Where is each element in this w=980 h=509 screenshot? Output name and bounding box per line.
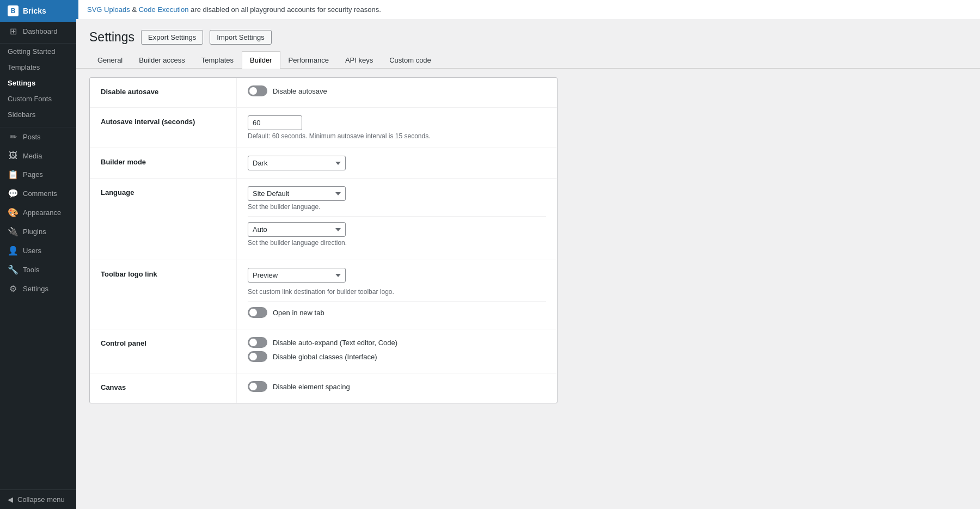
value-builder-mode: Dark Light Auto [237,148,557,178]
value-toolbar-logo-link: Preview Dashboard Custom Set custom link… [237,260,557,329]
toggle-autosave[interactable] [248,85,267,96]
language-divider [248,216,546,217]
pages-label: Pages [23,170,43,179]
tab-general[interactable]: General [89,51,131,69]
value-language: Site Default English French German Set t… [237,179,557,260]
row-canvas: Canvas Disable element spacing [90,373,557,403]
sidebar-item-getting-started[interactable]: Getting Started [0,44,76,59]
sidebar-item-custom-fonts[interactable]: Custom Fonts [0,91,76,107]
plugins-label: Plugins [23,228,46,236]
tab-builder-access[interactable]: Builder access [131,51,193,69]
main-content: SVG Uploads & Code Execution are disable… [76,0,980,509]
language-hint: Set the builder language. [248,203,546,211]
language-select[interactable]: Site Default English French German [248,186,346,201]
tab-api-keys[interactable]: API keys [337,51,381,69]
row-builder-mode: Builder mode Dark Light Auto [90,148,557,179]
toggle-wrap-globalclasses: Disable global classes (Interface) [248,351,546,362]
toolbar-logo-link-select[interactable]: Preview Dashboard Custom [248,268,346,283]
comments-label: Comments [23,189,57,198]
collapse-icon: ◀ [8,495,13,504]
toolbar-logo-hint: Set custom link destination for builder … [248,288,546,296]
toggle-wrap-autoexpand: Disable auto-expand (Text editor, Code) [248,337,546,348]
row-language: Language Site Default English French Ger… [90,179,557,260]
toggle-globalclasses-label: Disable global classes (Interface) [273,353,377,361]
plugins-icon: 🔌 [8,226,19,237]
label-control-panel: Control panel [90,329,237,373]
settings-table: Disable autosave Disable autosave Autosa… [89,77,558,403]
label-language: Language [90,179,237,260]
tab-custom-code[interactable]: Custom code [381,51,439,69]
posts-label: Posts [23,133,41,141]
media-label: Media [23,152,42,160]
sidebar-item-appearance[interactable]: 🎨 Appearance [0,203,76,222]
sidebar-item-users[interactable]: 👤 Users [0,241,76,260]
notice-message: are disabled on all playground accounts … [191,5,381,14]
sidebar-item-media[interactable]: 🖼 Media [0,146,76,165]
page-title: Settings [89,30,134,45]
tab-builder[interactable]: Builder [242,51,280,69]
notice-ampersand: & [132,5,138,14]
collapse-label: Collapse menu [17,495,65,504]
export-settings-button[interactable]: Export Settings [141,30,203,45]
users-icon: 👤 [8,246,19,256]
sidebar-item-settings[interactable]: Settings [0,75,76,91]
sidebar-item-tools[interactable]: 🔧 Tools [0,260,76,279]
dashboard-icon: ⊞ [8,26,19,36]
sidebar: B Bricks ⊞ Dashboard Getting Started Tem… [0,0,76,509]
posts-icon: ✏ [8,132,19,142]
builder-mode-select[interactable]: Dark Light Auto [248,156,346,170]
toggle-elementspacing-label: Disable element spacing [273,383,350,391]
autosave-interval-input[interactable] [248,115,302,130]
value-autosave-interval: Default: 60 seconds. Minimum autosave in… [237,108,557,148]
tab-performance[interactable]: Performance [280,51,337,69]
toggle-wrap-newtab: Open in new tab [248,307,546,318]
value-control-panel: Disable auto-expand (Text editor, Code) … [237,329,557,373]
row-control-panel: Control panel Disable auto-expand (Text … [90,329,557,373]
page-header: Settings Export Settings Import Settings [76,19,980,51]
svg-uploads-link[interactable]: SVG Uploads [87,5,130,14]
language-direction-select[interactable]: Auto LTR RTL [248,222,346,237]
tabs-bar: General Builder access Templates Builder… [76,51,980,69]
sidebar-logo-text: Bricks [23,7,46,15]
media-icon: 🖼 [8,151,19,161]
language-direction-hint: Set the builder language direction. [248,239,546,247]
users-label: Users [23,247,41,255]
label-autosave-interval: Autosave interval (seconds) [90,108,237,148]
toggle-wrap-elementspacing: Disable element spacing [248,381,546,392]
sidebar-dashboard-label: Dashboard [23,27,58,35]
sidebar-item-dashboard[interactable]: ⊞ Dashboard [0,22,76,41]
sidebar-logo[interactable]: B Bricks [0,0,76,22]
code-execution-link[interactable]: Code Execution [139,5,189,14]
import-settings-button[interactable]: Import Settings [210,30,271,45]
sidebar-item-plugins[interactable]: 🔌 Plugins [0,222,76,241]
sidebar-item-templates[interactable]: Templates [0,59,76,75]
toggle-newtab-label: Open in new tab [273,309,324,317]
toggle-disable-globalclasses[interactable] [248,351,267,362]
collapse-menu-button[interactable]: ◀ Collapse menu [0,489,76,509]
toggle-wrap-autosave: Disable autosave [248,85,546,96]
row-disable-autosave: Disable autosave Disable autosave [90,78,557,108]
sidebar-item-pages[interactable]: 📋 Pages [0,165,76,184]
toolbar-divider [248,301,546,302]
row-autosave-interval: Autosave interval (seconds) Default: 60 … [90,108,557,148]
label-builder-mode: Builder mode [90,148,237,178]
pages-icon: 📋 [8,169,19,180]
row-toolbar-logo-link: Toolbar logo link Preview Dashboard Cust… [90,260,557,329]
toggle-disable-elementspacing[interactable] [248,381,267,392]
autosave-interval-hint: Default: 60 seconds. Minimum autosave in… [248,132,546,140]
sidebar-item-settings-wp[interactable]: ⚙ Settings [0,279,76,298]
appearance-icon: 🎨 [8,207,19,218]
toggle-autoexpand-label: Disable auto-expand (Text editor, Code) [273,339,397,347]
tab-templates[interactable]: Templates [193,51,242,69]
settings-wp-label: Settings [23,285,48,293]
toggle-autosave-label: Disable autosave [273,87,327,95]
toggle-open-newtab[interactable] [248,307,267,318]
toggle-disable-autoexpand[interactable] [248,337,267,348]
tools-icon: 🔧 [8,265,19,275]
sidebar-item-comments[interactable]: 💬 Comments [0,184,76,203]
sidebar-item-sidebars[interactable]: Sidebars [0,107,76,122]
sidebar-item-posts[interactable]: ✏ Posts [0,127,76,146]
label-toolbar-logo-link: Toolbar logo link [90,260,237,329]
comments-icon: 💬 [8,188,19,199]
appearance-label: Appearance [23,208,61,217]
